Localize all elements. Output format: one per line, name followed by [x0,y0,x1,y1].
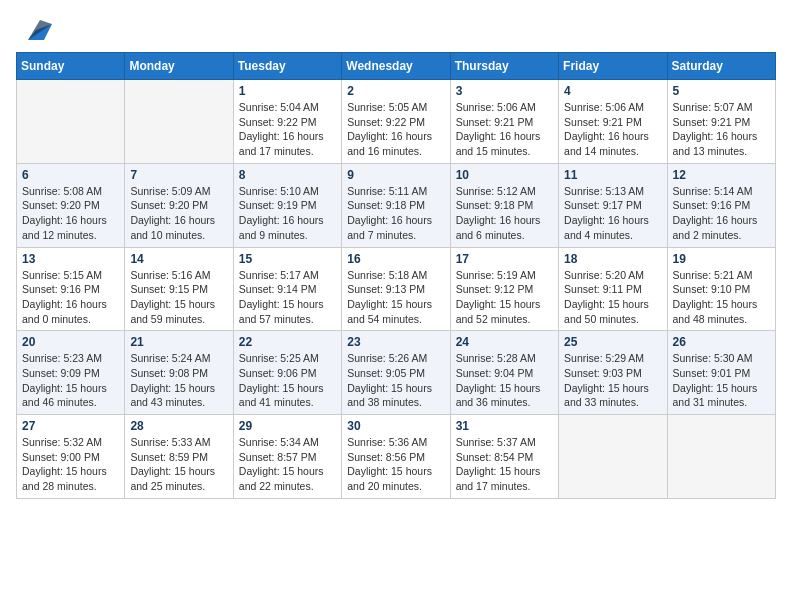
day-number: 9 [347,168,444,182]
calendar-week-row: 20Sunrise: 5:23 AM Sunset: 9:09 PM Dayli… [17,331,776,415]
calendar-cell: 2Sunrise: 5:05 AM Sunset: 9:22 PM Daylig… [342,80,450,164]
day-info: Sunrise: 5:21 AM Sunset: 9:10 PM Dayligh… [673,268,770,327]
day-info: Sunrise: 5:13 AM Sunset: 9:17 PM Dayligh… [564,184,661,243]
calendar-cell [17,80,125,164]
day-number: 10 [456,168,553,182]
day-info: Sunrise: 5:28 AM Sunset: 9:04 PM Dayligh… [456,351,553,410]
calendar-header-friday: Friday [559,53,667,80]
calendar-cell: 8Sunrise: 5:10 AM Sunset: 9:19 PM Daylig… [233,163,341,247]
day-info: Sunrise: 5:12 AM Sunset: 9:18 PM Dayligh… [456,184,553,243]
day-number: 13 [22,252,119,266]
calendar-cell: 24Sunrise: 5:28 AM Sunset: 9:04 PM Dayli… [450,331,558,415]
day-number: 18 [564,252,661,266]
day-info: Sunrise: 5:04 AM Sunset: 9:22 PM Dayligh… [239,100,336,159]
day-number: 4 [564,84,661,98]
day-info: Sunrise: 5:30 AM Sunset: 9:01 PM Dayligh… [673,351,770,410]
day-info: Sunrise: 5:24 AM Sunset: 9:08 PM Dayligh… [130,351,227,410]
day-info: Sunrise: 5:11 AM Sunset: 9:18 PM Dayligh… [347,184,444,243]
day-info: Sunrise: 5:37 AM Sunset: 8:54 PM Dayligh… [456,435,553,494]
day-number: 1 [239,84,336,98]
day-number: 3 [456,84,553,98]
calendar-cell: 27Sunrise: 5:32 AM Sunset: 9:00 PM Dayli… [17,415,125,499]
calendar-cell: 16Sunrise: 5:18 AM Sunset: 9:13 PM Dayli… [342,247,450,331]
day-number: 19 [673,252,770,266]
calendar-cell: 7Sunrise: 5:09 AM Sunset: 9:20 PM Daylig… [125,163,233,247]
day-info: Sunrise: 5:15 AM Sunset: 9:16 PM Dayligh… [22,268,119,327]
calendar-cell: 9Sunrise: 5:11 AM Sunset: 9:18 PM Daylig… [342,163,450,247]
day-number: 24 [456,335,553,349]
calendar-cell: 10Sunrise: 5:12 AM Sunset: 9:18 PM Dayli… [450,163,558,247]
calendar-cell: 28Sunrise: 5:33 AM Sunset: 8:59 PM Dayli… [125,415,233,499]
day-info: Sunrise: 5:25 AM Sunset: 9:06 PM Dayligh… [239,351,336,410]
day-number: 21 [130,335,227,349]
calendar-cell: 1Sunrise: 5:04 AM Sunset: 9:22 PM Daylig… [233,80,341,164]
calendar-week-row: 27Sunrise: 5:32 AM Sunset: 9:00 PM Dayli… [17,415,776,499]
calendar-cell [667,415,775,499]
calendar-header-row: SundayMondayTuesdayWednesdayThursdayFrid… [17,53,776,80]
day-number: 28 [130,419,227,433]
calendar-cell: 29Sunrise: 5:34 AM Sunset: 8:57 PM Dayli… [233,415,341,499]
day-number: 5 [673,84,770,98]
day-number: 31 [456,419,553,433]
calendar-header-monday: Monday [125,53,233,80]
day-number: 20 [22,335,119,349]
calendar-week-row: 6Sunrise: 5:08 AM Sunset: 9:20 PM Daylig… [17,163,776,247]
day-info: Sunrise: 5:09 AM Sunset: 9:20 PM Dayligh… [130,184,227,243]
calendar-cell: 15Sunrise: 5:17 AM Sunset: 9:14 PM Dayli… [233,247,341,331]
calendar-cell: 20Sunrise: 5:23 AM Sunset: 9:09 PM Dayli… [17,331,125,415]
day-info: Sunrise: 5:14 AM Sunset: 9:16 PM Dayligh… [673,184,770,243]
calendar-table: SundayMondayTuesdayWednesdayThursdayFrid… [16,52,776,499]
day-number: 17 [456,252,553,266]
day-number: 2 [347,84,444,98]
day-info: Sunrise: 5:18 AM Sunset: 9:13 PM Dayligh… [347,268,444,327]
calendar-header-wednesday: Wednesday [342,53,450,80]
day-number: 22 [239,335,336,349]
day-number: 29 [239,419,336,433]
calendar-cell [125,80,233,164]
calendar-cell: 12Sunrise: 5:14 AM Sunset: 9:16 PM Dayli… [667,163,775,247]
calendar-week-row: 1Sunrise: 5:04 AM Sunset: 9:22 PM Daylig… [17,80,776,164]
calendar-cell: 3Sunrise: 5:06 AM Sunset: 9:21 PM Daylig… [450,80,558,164]
day-number: 16 [347,252,444,266]
calendar-cell: 26Sunrise: 5:30 AM Sunset: 9:01 PM Dayli… [667,331,775,415]
day-number: 23 [347,335,444,349]
day-number: 25 [564,335,661,349]
calendar-header-saturday: Saturday [667,53,775,80]
day-info: Sunrise: 5:29 AM Sunset: 9:03 PM Dayligh… [564,351,661,410]
day-number: 27 [22,419,119,433]
calendar-cell: 25Sunrise: 5:29 AM Sunset: 9:03 PM Dayli… [559,331,667,415]
day-number: 14 [130,252,227,266]
day-info: Sunrise: 5:08 AM Sunset: 9:20 PM Dayligh… [22,184,119,243]
calendar-cell: 14Sunrise: 5:16 AM Sunset: 9:15 PM Dayli… [125,247,233,331]
calendar-cell: 13Sunrise: 5:15 AM Sunset: 9:16 PM Dayli… [17,247,125,331]
day-info: Sunrise: 5:34 AM Sunset: 8:57 PM Dayligh… [239,435,336,494]
calendar-cell: 23Sunrise: 5:26 AM Sunset: 9:05 PM Dayli… [342,331,450,415]
day-info: Sunrise: 5:05 AM Sunset: 9:22 PM Dayligh… [347,100,444,159]
calendar-cell: 6Sunrise: 5:08 AM Sunset: 9:20 PM Daylig… [17,163,125,247]
calendar-header-sunday: Sunday [17,53,125,80]
calendar-cell [559,415,667,499]
calendar-cell: 18Sunrise: 5:20 AM Sunset: 9:11 PM Dayli… [559,247,667,331]
day-number: 30 [347,419,444,433]
calendar-cell: 31Sunrise: 5:37 AM Sunset: 8:54 PM Dayli… [450,415,558,499]
day-info: Sunrise: 5:10 AM Sunset: 9:19 PM Dayligh… [239,184,336,243]
day-info: Sunrise: 5:32 AM Sunset: 9:00 PM Dayligh… [22,435,119,494]
calendar-cell: 5Sunrise: 5:07 AM Sunset: 9:21 PM Daylig… [667,80,775,164]
calendar-cell: 22Sunrise: 5:25 AM Sunset: 9:06 PM Dayli… [233,331,341,415]
day-info: Sunrise: 5:23 AM Sunset: 9:09 PM Dayligh… [22,351,119,410]
day-number: 8 [239,168,336,182]
calendar-week-row: 13Sunrise: 5:15 AM Sunset: 9:16 PM Dayli… [17,247,776,331]
calendar-cell: 11Sunrise: 5:13 AM Sunset: 9:17 PM Dayli… [559,163,667,247]
day-info: Sunrise: 5:20 AM Sunset: 9:11 PM Dayligh… [564,268,661,327]
day-number: 12 [673,168,770,182]
day-info: Sunrise: 5:17 AM Sunset: 9:14 PM Dayligh… [239,268,336,327]
calendar-cell: 4Sunrise: 5:06 AM Sunset: 9:21 PM Daylig… [559,80,667,164]
day-number: 26 [673,335,770,349]
day-number: 11 [564,168,661,182]
day-info: Sunrise: 5:06 AM Sunset: 9:21 PM Dayligh… [564,100,661,159]
day-number: 6 [22,168,119,182]
day-info: Sunrise: 5:36 AM Sunset: 8:56 PM Dayligh… [347,435,444,494]
day-info: Sunrise: 5:16 AM Sunset: 9:15 PM Dayligh… [130,268,227,327]
calendar-cell: 19Sunrise: 5:21 AM Sunset: 9:10 PM Dayli… [667,247,775,331]
day-info: Sunrise: 5:06 AM Sunset: 9:21 PM Dayligh… [456,100,553,159]
